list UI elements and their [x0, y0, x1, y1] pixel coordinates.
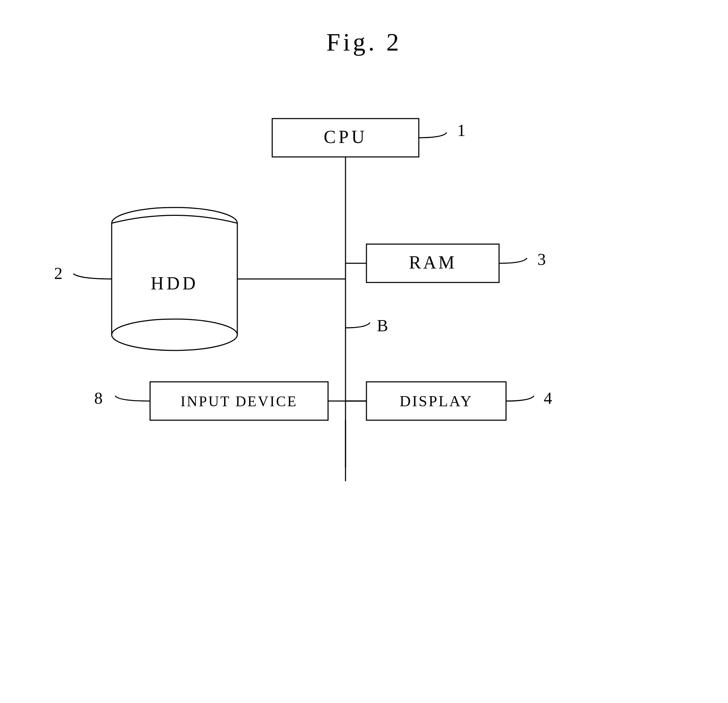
svg-text:CPU: CPU	[324, 127, 367, 147]
svg-text:1: 1	[457, 121, 465, 140]
svg-text:B: B	[377, 316, 388, 335]
svg-point-8	[112, 319, 237, 350]
svg-text:2: 2	[54, 264, 62, 282]
svg-text:INPUT DEVICE: INPUT DEVICE	[181, 393, 298, 409]
svg-text:3: 3	[537, 250, 546, 268]
svg-text:DISPLAY: DISPLAY	[400, 393, 473, 410]
svg-text:4: 4	[544, 389, 552, 407]
diagram-svg: CPU 1 HDD 2 RAM 3 B INPUT DEVICE 8 DISPL…	[0, 0, 728, 703]
svg-text:8: 8	[94, 389, 103, 407]
svg-text:HDD: HDD	[151, 274, 199, 293]
svg-text:RAM: RAM	[409, 252, 456, 272]
